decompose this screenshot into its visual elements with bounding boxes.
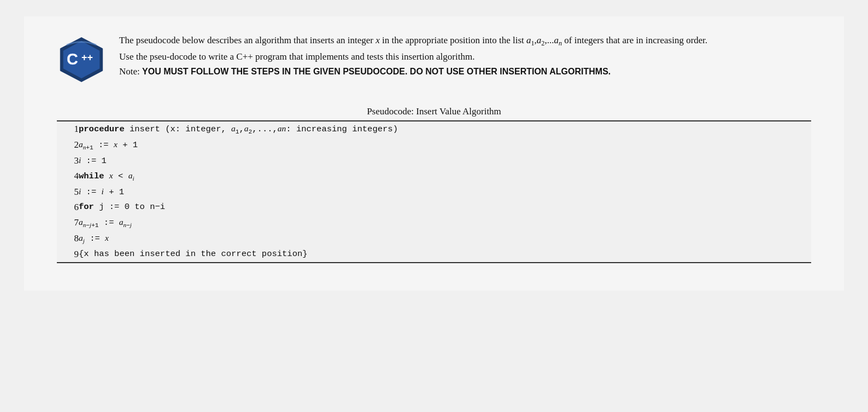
line-code: procedure insert (x: integer, a1,a2,...,… bbox=[79, 121, 811, 137]
line-code: an−j+1 := an−j bbox=[79, 215, 811, 231]
desc-part1: The pseudocode below describes an algori… bbox=[119, 35, 710, 62]
header-section: C ++ The pseudocode below describes an a… bbox=[57, 33, 811, 84]
line-number: 3 bbox=[57, 153, 79, 169]
table-row: 7 an−j+1 := an−j bbox=[57, 215, 811, 231]
line-number: 9 bbox=[57, 247, 79, 263]
pseudocode-section: Pseudocode: Insert Value Algorithm 1 pro… bbox=[57, 106, 811, 263]
pseudocode-table: 1 procedure insert (x: integer, a1,a2,..… bbox=[57, 120, 811, 263]
table-row: 4 while x < ai bbox=[57, 169, 811, 184]
table-row: 5 i := i + 1 bbox=[57, 184, 811, 200]
desc-bold: YOU MUST FOLLOW THE STEPS IN THE GIVEN P… bbox=[142, 67, 611, 76]
page: C ++ The pseudocode below describes an a… bbox=[24, 16, 844, 291]
line-number: 1 bbox=[57, 121, 79, 137]
line-code: {x has been inserted in the correct posi… bbox=[79, 247, 811, 263]
line-number: 7 bbox=[57, 215, 79, 231]
svg-text:C: C bbox=[67, 50, 78, 68]
svg-text:++: ++ bbox=[81, 52, 93, 63]
line-number: 4 bbox=[57, 169, 79, 184]
table-row: 9 {x has been inserted in the correct po… bbox=[57, 247, 811, 263]
line-number: 2 bbox=[57, 137, 79, 153]
table-row: 3 i := 1 bbox=[57, 153, 811, 169]
line-code: i := 1 bbox=[79, 153, 811, 169]
cpp-logo-icon: C ++ bbox=[57, 35, 106, 84]
line-number: 6 bbox=[57, 200, 79, 215]
table-row: 6 for j := 0 to n−i bbox=[57, 200, 811, 215]
line-code: for j := 0 to n−i bbox=[79, 200, 811, 215]
line-number: 5 bbox=[57, 184, 79, 200]
line-code: while x < ai bbox=[79, 169, 811, 184]
line-code: i := i + 1 bbox=[79, 184, 811, 200]
description-text: The pseudocode below describes an algori… bbox=[119, 33, 720, 79]
table-row: 8 aj := x bbox=[57, 231, 811, 247]
line-number: 8 bbox=[57, 231, 79, 247]
desc-note: Note: YOU MUST FOLLOW THE STEPS IN THE G… bbox=[119, 66, 611, 77]
line-code: aj := x bbox=[79, 231, 811, 247]
line-code: an+1 := x + 1 bbox=[79, 137, 811, 153]
pseudocode-title: Pseudocode: Insert Value Algorithm bbox=[57, 106, 811, 117]
table-row: 1 procedure insert (x: integer, a1,a2,..… bbox=[57, 121, 811, 137]
table-row: 2 an+1 := x + 1 bbox=[57, 137, 811, 153]
